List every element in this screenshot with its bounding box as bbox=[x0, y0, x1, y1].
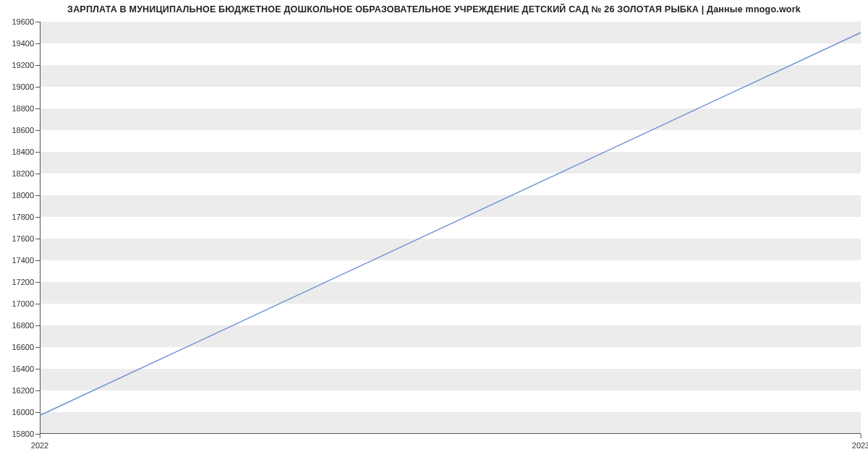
x-tick-label: 2023 bbox=[852, 434, 868, 450]
y-tick-label: 17000 bbox=[12, 299, 40, 308]
y-tick-label: 19000 bbox=[12, 82, 40, 91]
line-layer bbox=[40, 22, 861, 434]
series-line bbox=[40, 33, 861, 416]
y-tick-label: 16200 bbox=[12, 386, 40, 395]
y-tick-label: 19600 bbox=[12, 17, 40, 26]
y-tick-label: 19200 bbox=[12, 61, 40, 69]
y-tick-label: 17600 bbox=[12, 234, 40, 243]
x-tick-label: 2022 bbox=[31, 434, 48, 450]
y-tick-label: 18200 bbox=[12, 169, 40, 178]
y-tick-label: 16600 bbox=[12, 343, 40, 351]
y-tick-label: 17400 bbox=[12, 256, 40, 265]
y-tick-label: 16800 bbox=[12, 321, 40, 330]
y-tick-label: 16400 bbox=[12, 364, 40, 373]
chart-title: ЗАРПЛАТА В МУНИЦИПАЛЬНОЕ БЮДЖЕТНОЕ ДОШКО… bbox=[0, 4, 868, 14]
y-tick-label: 18600 bbox=[12, 126, 40, 134]
y-tick-label: 18000 bbox=[12, 191, 40, 200]
y-tick-label: 17800 bbox=[12, 213, 40, 221]
y-tick-label: 18800 bbox=[12, 104, 40, 113]
y-tick-label: 17200 bbox=[12, 278, 40, 286]
y-tick-label: 18400 bbox=[12, 148, 40, 156]
y-tick-label: 16000 bbox=[12, 408, 40, 416]
chart-container: ЗАРПЛАТА В МУНИЦИПАЛЬНОЕ БЮДЖЕТНОЕ ДОШКО… bbox=[0, 0, 868, 470]
y-tick-label: 19400 bbox=[12, 39, 40, 48]
plot-area: 1580016000162001640016600168001700017200… bbox=[40, 22, 861, 434]
